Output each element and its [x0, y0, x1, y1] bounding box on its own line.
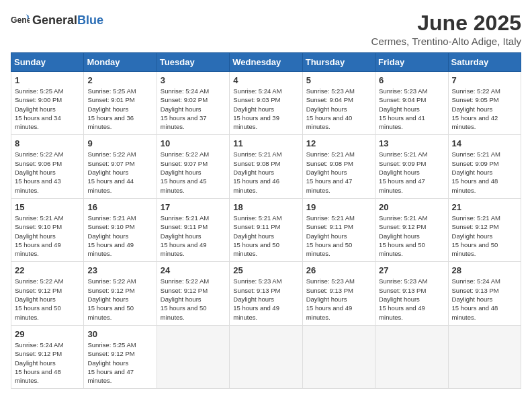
table-row: 14 Sunrise: 5:21 AM Sunset: 9:09 PM Dayl…	[448, 135, 521, 198]
day-info: Sunrise: 5:23 AM Sunset: 9:04 PM Dayligh…	[306, 87, 371, 131]
table-row: 20 Sunrise: 5:21 AM Sunset: 9:12 PM Dayl…	[375, 198, 448, 261]
day-info: Sunrise: 5:22 AM Sunset: 9:06 PM Dayligh…	[15, 150, 80, 194]
day-number: 26	[306, 265, 371, 275]
day-info: Sunrise: 5:25 AM Sunset: 9:00 PM Dayligh…	[15, 87, 80, 131]
day-number: 12	[306, 138, 371, 148]
table-row	[157, 325, 229, 388]
day-number: 3	[161, 75, 226, 85]
col-saturday: Saturday	[448, 53, 521, 72]
table-row: 17 Sunrise: 5:21 AM Sunset: 9:11 PM Dayl…	[157, 198, 229, 261]
day-info: Sunrise: 5:21 AM Sunset: 9:11 PM Dayligh…	[161, 214, 226, 258]
day-info: Sunrise: 5:23 AM Sunset: 9:13 PM Dayligh…	[306, 277, 371, 321]
day-info: Sunrise: 5:21 AM Sunset: 9:08 PM Dayligh…	[233, 150, 298, 194]
day-number: 7	[452, 75, 517, 85]
table-row: 2 Sunrise: 5:25 AM Sunset: 9:01 PM Dayli…	[84, 72, 157, 135]
month-title: June 2025	[371, 11, 521, 36]
location-title: Cermes, Trentino-Alto Adige, Italy	[371, 36, 521, 47]
logo-icon: General	[11, 11, 30, 30]
table-row: 22 Sunrise: 5:22 AM Sunset: 9:12 PM Dayl…	[11, 262, 84, 325]
day-info: Sunrise: 5:22 AM Sunset: 9:05 PM Dayligh…	[452, 87, 517, 131]
table-row: 24 Sunrise: 5:22 AM Sunset: 9:12 PM Dayl…	[157, 262, 229, 325]
day-number: 16	[87, 202, 152, 212]
col-sunday: Sunday	[11, 53, 84, 72]
day-number: 13	[379, 138, 444, 148]
table-row: 16 Sunrise: 5:21 AM Sunset: 9:10 PM Dayl…	[84, 198, 157, 261]
day-info: Sunrise: 5:21 AM Sunset: 9:12 PM Dayligh…	[452, 214, 517, 258]
day-info: Sunrise: 5:21 AM Sunset: 9:08 PM Dayligh…	[306, 150, 371, 194]
table-row: 18 Sunrise: 5:21 AM Sunset: 9:11 PM Dayl…	[230, 198, 302, 261]
day-info: Sunrise: 5:22 AM Sunset: 9:07 PM Dayligh…	[161, 150, 226, 194]
day-info: Sunrise: 5:22 AM Sunset: 9:07 PM Dayligh…	[87, 150, 152, 194]
logo-blue: Blue	[77, 13, 103, 27]
day-number: 11	[233, 138, 298, 148]
day-number: 29	[15, 329, 80, 339]
table-row: 26 Sunrise: 5:23 AM Sunset: 9:13 PM Dayl…	[302, 262, 375, 325]
day-number: 24	[161, 265, 226, 275]
table-row: 23 Sunrise: 5:22 AM Sunset: 9:12 PM Dayl…	[84, 262, 157, 325]
day-number: 14	[452, 138, 517, 148]
day-number: 21	[452, 202, 517, 212]
table-row: 7 Sunrise: 5:22 AM Sunset: 9:05 PM Dayli…	[448, 72, 521, 135]
day-info: Sunrise: 5:21 AM Sunset: 9:12 PM Dayligh…	[379, 214, 444, 258]
col-friday: Friday	[375, 53, 448, 72]
table-row: 9 Sunrise: 5:22 AM Sunset: 9:07 PM Dayli…	[84, 135, 157, 198]
day-info: Sunrise: 5:21 AM Sunset: 9:11 PM Dayligh…	[306, 214, 371, 258]
table-row	[230, 325, 302, 388]
title-area: June 2025 Cermes, Trentino-Alto Adige, I…	[371, 11, 521, 47]
day-info: Sunrise: 5:24 AM Sunset: 9:03 PM Dayligh…	[233, 87, 298, 131]
day-number: 8	[15, 138, 80, 148]
table-row: 25 Sunrise: 5:23 AM Sunset: 9:13 PM Dayl…	[230, 262, 302, 325]
day-number: 19	[306, 202, 371, 212]
table-row: 6 Sunrise: 5:23 AM Sunset: 9:04 PM Dayli…	[375, 72, 448, 135]
table-row	[448, 325, 521, 388]
day-info: Sunrise: 5:24 AM Sunset: 9:02 PM Dayligh…	[161, 87, 226, 131]
day-number: 18	[233, 202, 298, 212]
day-number: 17	[161, 202, 226, 212]
table-row: 29 Sunrise: 5:24 AM Sunset: 9:12 PM Dayl…	[11, 325, 84, 388]
day-info: Sunrise: 5:21 AM Sunset: 9:09 PM Dayligh…	[452, 150, 517, 194]
day-info: Sunrise: 5:25 AM Sunset: 9:12 PM Dayligh…	[87, 340, 152, 385]
col-thursday: Thursday	[302, 53, 375, 72]
table-row: 28 Sunrise: 5:24 AM Sunset: 9:13 PM Dayl…	[448, 262, 521, 325]
table-row: 21 Sunrise: 5:21 AM Sunset: 9:12 PM Dayl…	[448, 198, 521, 261]
table-row: 15 Sunrise: 5:21 AM Sunset: 9:10 PM Dayl…	[11, 198, 84, 261]
day-info: Sunrise: 5:24 AM Sunset: 9:12 PM Dayligh…	[15, 340, 80, 385]
day-number: 10	[161, 138, 226, 148]
table-row: 19 Sunrise: 5:21 AM Sunset: 9:11 PM Dayl…	[302, 198, 375, 261]
table-row: 1 Sunrise: 5:25 AM Sunset: 9:00 PM Dayli…	[11, 72, 84, 135]
table-row: 12 Sunrise: 5:21 AM Sunset: 9:08 PM Dayl…	[302, 135, 375, 198]
table-row: 11 Sunrise: 5:21 AM Sunset: 9:08 PM Dayl…	[230, 135, 302, 198]
table-row: 4 Sunrise: 5:24 AM Sunset: 9:03 PM Dayli…	[230, 72, 302, 135]
table-row	[375, 325, 448, 388]
day-number: 4	[233, 75, 298, 85]
day-info: Sunrise: 5:22 AM Sunset: 9:12 PM Dayligh…	[15, 277, 80, 321]
header: General GeneralBlue June 2025 Cermes, Tr…	[11, 11, 521, 47]
col-monday: Monday	[84, 53, 157, 72]
day-number: 5	[306, 75, 371, 85]
day-info: Sunrise: 5:21 AM Sunset: 9:09 PM Dayligh…	[379, 150, 444, 194]
table-row	[302, 325, 375, 388]
logo-general: General	[32, 13, 77, 27]
day-number: 15	[15, 202, 80, 212]
day-info: Sunrise: 5:21 AM Sunset: 9:10 PM Dayligh…	[15, 214, 80, 258]
day-number: 30	[87, 329, 152, 339]
day-info: Sunrise: 5:23 AM Sunset: 9:13 PM Dayligh…	[233, 277, 298, 321]
calendar: Sunday Monday Tuesday Wednesday Thursday…	[11, 52, 521, 389]
day-number: 25	[233, 265, 298, 275]
table-row: 5 Sunrise: 5:23 AM Sunset: 9:04 PM Dayli…	[302, 72, 375, 135]
table-row: 3 Sunrise: 5:24 AM Sunset: 9:02 PM Dayli…	[157, 72, 229, 135]
svg-text:General: General	[11, 15, 30, 25]
day-info: Sunrise: 5:22 AM Sunset: 9:12 PM Dayligh…	[161, 277, 226, 321]
table-row: 30 Sunrise: 5:25 AM Sunset: 9:12 PM Dayl…	[84, 325, 157, 388]
day-number: 6	[379, 75, 444, 85]
day-number: 23	[87, 265, 152, 275]
table-row: 10 Sunrise: 5:22 AM Sunset: 9:07 PM Dayl…	[157, 135, 229, 198]
table-row: 27 Sunrise: 5:23 AM Sunset: 9:13 PM Dayl…	[375, 262, 448, 325]
col-tuesday: Tuesday	[157, 53, 229, 72]
day-number: 20	[379, 202, 444, 212]
table-row: 8 Sunrise: 5:22 AM Sunset: 9:06 PM Dayli…	[11, 135, 84, 198]
day-number: 27	[379, 265, 444, 275]
col-wednesday: Wednesday	[230, 53, 302, 72]
day-info: Sunrise: 5:21 AM Sunset: 9:10 PM Dayligh…	[87, 214, 152, 258]
day-number: 9	[87, 138, 152, 148]
